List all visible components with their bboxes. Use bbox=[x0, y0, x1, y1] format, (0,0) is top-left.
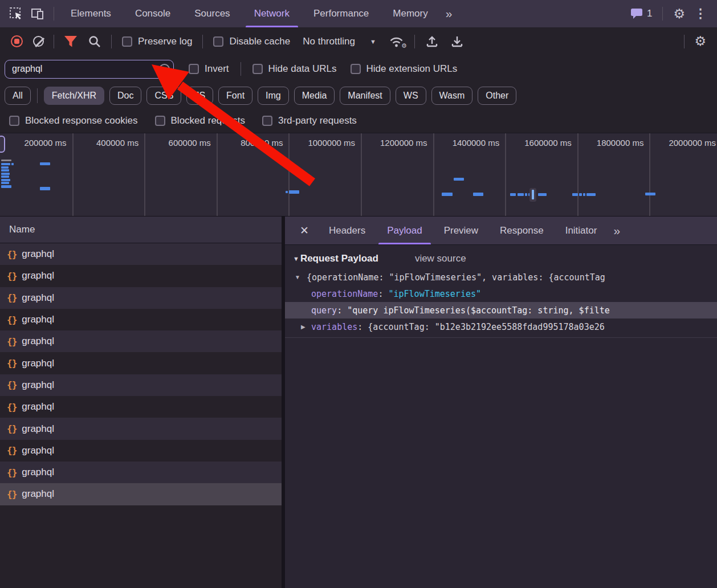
filter-funnel-icon[interactable] bbox=[64, 35, 78, 48]
preserve-log-checkbox[interactable] bbox=[122, 36, 132, 47]
request-row[interactable]: {}graphql bbox=[0, 483, 282, 505]
filter-pill-img[interactable]: Img bbox=[258, 87, 289, 105]
hide-data-urls-option[interactable]: Hide data URLs bbox=[252, 63, 337, 75]
device-toolbar-icon[interactable] bbox=[31, 7, 44, 21]
filter-pill-font[interactable]: Font bbox=[218, 87, 252, 105]
tab-elements[interactable]: Elements bbox=[59, 0, 123, 27]
json-icon: {} bbox=[7, 379, 17, 390]
payload-section-title[interactable]: Request Payload bbox=[300, 253, 378, 264]
hide-extension-urls-checkbox[interactable] bbox=[351, 64, 361, 74]
filter-pill-fetch-xhr[interactable]: Fetch/XHR bbox=[44, 87, 104, 105]
tab-sources[interactable]: Sources bbox=[182, 0, 242, 27]
json-icon: {} bbox=[7, 249, 17, 260]
request-name: graphql bbox=[22, 379, 54, 391]
hide-data-urls-checkbox[interactable] bbox=[252, 64, 263, 74]
more-detail-tabs-icon[interactable]: » bbox=[608, 224, 625, 238]
filter-pill-js[interactable]: JS bbox=[186, 87, 213, 105]
export-har-icon[interactable] bbox=[450, 35, 465, 48]
filter-pill-wasm[interactable]: Wasm bbox=[431, 87, 473, 105]
request-row[interactable]: {}graphql bbox=[0, 396, 282, 418]
throttling-dropdown[interactable]: No throttling ▼ bbox=[303, 36, 376, 47]
search-icon[interactable] bbox=[88, 35, 101, 48]
inspect-element-icon[interactable] bbox=[9, 7, 23, 21]
hide-extension-urls-option[interactable]: Hide extension URLs bbox=[351, 63, 458, 75]
timeline-tick-label: 1200000 ms bbox=[361, 138, 427, 148]
view-source-link[interactable]: view source bbox=[415, 253, 466, 264]
tab-network[interactable]: Network bbox=[242, 0, 302, 27]
tab-performance[interactable]: Performance bbox=[302, 0, 381, 27]
settings-gear-icon[interactable]: ⚙ bbox=[673, 7, 685, 21]
clear-filter-icon[interactable]: ✕ bbox=[159, 64, 170, 75]
filter-pill-media[interactable]: Media bbox=[294, 87, 335, 105]
overflow-menu-icon[interactable]: ⋮ bbox=[691, 6, 710, 21]
tab-memory[interactable]: Memory bbox=[381, 0, 439, 27]
invert-checkbox[interactable] bbox=[189, 64, 199, 74]
close-detail-icon[interactable]: ✕ bbox=[291, 224, 318, 237]
clear-network-log-button[interactable] bbox=[33, 36, 44, 47]
request-row[interactable]: {}graphql bbox=[0, 287, 282, 309]
filter-pill-manifest[interactable]: Manifest bbox=[340, 87, 390, 105]
disable-cache-label: Disable cache bbox=[229, 36, 290, 47]
request-row[interactable]: {}graphql bbox=[0, 309, 282, 330]
request-row[interactable]: {}graphql bbox=[0, 440, 282, 462]
tab-console[interactable]: Console bbox=[123, 0, 182, 27]
filter-pill-all[interactable]: All bbox=[5, 87, 31, 105]
filter-pill-doc[interactable]: Doc bbox=[109, 87, 141, 105]
network-filter-input[interactable] bbox=[5, 60, 174, 79]
filter-pill-ws[interactable]: WS bbox=[396, 87, 426, 105]
blocked-requests-option[interactable]: Blocked requests bbox=[155, 115, 245, 126]
payload-text: query bbox=[311, 305, 337, 316]
waterfall-bar bbox=[586, 193, 596, 196]
request-row[interactable]: {}graphql bbox=[0, 330, 282, 352]
collapse-icon[interactable]: ▼ bbox=[295, 274, 300, 280]
invert-option[interactable]: Invert bbox=[189, 63, 229, 75]
disable-cache-checkbox[interactable] bbox=[213, 36, 223, 47]
waterfall-bar bbox=[538, 193, 547, 196]
payload-line: ▶variables: {accountTag: "b12e3b2192ee55… bbox=[285, 318, 717, 335]
payload-text: : "query ipFlowTimeseries($accountTag: s… bbox=[337, 305, 610, 316]
request-detail-panel: ✕ HeadersPayloadPreviewResponseInitiator… bbox=[285, 217, 717, 588]
detail-tab-initiator[interactable]: Initiator bbox=[555, 217, 608, 244]
record-network-log-button[interactable] bbox=[11, 35, 23, 47]
request-row[interactable]: {}graphql bbox=[0, 418, 282, 439]
filter-pill-other[interactable]: Other bbox=[478, 87, 516, 105]
blocked-cookies-option[interactable]: Blocked response cookies bbox=[9, 115, 138, 126]
more-tabs-icon[interactable]: » bbox=[440, 7, 457, 21]
panel-tabs: ElementsConsoleSourcesNetworkPerformance… bbox=[59, 0, 440, 27]
request-row[interactable]: {}graphql bbox=[0, 374, 282, 396]
waterfall-bar bbox=[645, 193, 655, 195]
throttling-value: No throttling bbox=[303, 36, 355, 47]
payload-text: "ipFlowTimeseries" bbox=[388, 289, 481, 299]
detail-tab-response[interactable]: Response bbox=[489, 217, 555, 244]
request-row[interactable]: {}graphql bbox=[0, 352, 282, 374]
payload-line: ▼{operationName: "ipFlowTimeseries", var… bbox=[285, 269, 717, 285]
name-column-header[interactable]: Name bbox=[0, 217, 282, 243]
detail-tab-payload[interactable]: Payload bbox=[376, 217, 433, 244]
timeline-tick-label: 600000 ms bbox=[144, 138, 211, 148]
network-conditions-icon[interactable]: ⚙ bbox=[389, 35, 404, 48]
blocked-cookies-checkbox[interactable] bbox=[9, 116, 19, 126]
payload-text: operationName bbox=[311, 289, 378, 299]
detail-tab-headers[interactable]: Headers bbox=[318, 217, 376, 244]
waterfall-bar bbox=[40, 162, 50, 165]
expand-icon[interactable]: ▶ bbox=[301, 324, 305, 330]
blocked-requests-checkbox[interactable] bbox=[155, 116, 165, 126]
request-row[interactable]: {}graphql bbox=[0, 243, 282, 265]
payload-text: : {accountTag: "b12e3b2192ee5588fdad9951… bbox=[357, 322, 604, 332]
disable-cache-option[interactable]: Disable cache bbox=[213, 36, 290, 47]
request-row[interactable]: {}graphql bbox=[0, 265, 282, 287]
network-overview-timeline[interactable]: 200000 ms400000 ms600000 ms800000 ms1000… bbox=[0, 133, 717, 217]
divider bbox=[241, 62, 241, 76]
third-party-checkbox[interactable] bbox=[262, 116, 272, 126]
request-name: graphql bbox=[22, 401, 54, 413]
issues-counter[interactable]: 1 bbox=[630, 8, 652, 19]
filter-pill-css[interactable]: CSS bbox=[146, 87, 181, 105]
preserve-log-option[interactable]: Preserve log bbox=[122, 36, 192, 47]
import-har-icon[interactable] bbox=[425, 35, 439, 48]
waterfall-bar bbox=[1, 173, 10, 175]
request-row[interactable]: {}graphql bbox=[0, 462, 282, 483]
collapse-section-icon[interactable]: ▼ bbox=[293, 255, 299, 262]
network-settings-gear-icon[interactable]: ⚙ bbox=[694, 35, 706, 48]
detail-tab-preview[interactable]: Preview bbox=[433, 217, 489, 244]
third-party-option[interactable]: 3rd-party requests bbox=[262, 115, 357, 126]
